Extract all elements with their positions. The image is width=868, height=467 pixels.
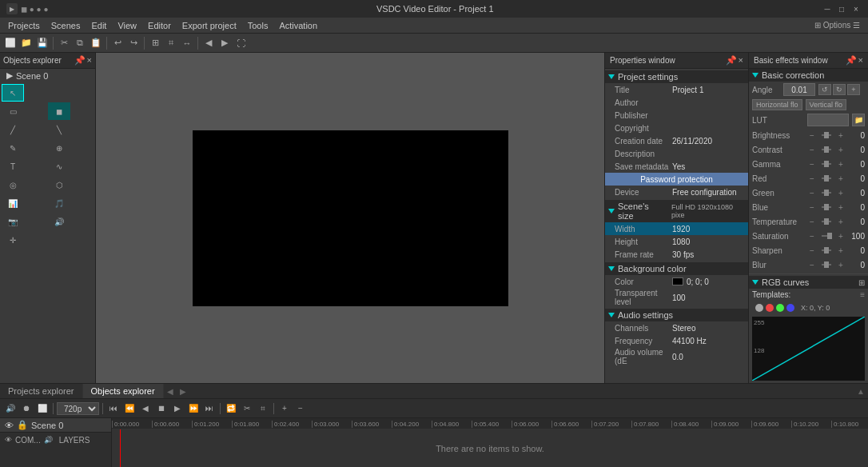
effect-plus-7[interactable]: + (836, 232, 846, 241)
effect-slider-7[interactable] (822, 235, 831, 237)
rgb-curve-canvas[interactable]: 255 128 (752, 317, 865, 381)
toolbar-play-back[interactable]: ◀ (201, 36, 216, 50)
toolbar-undo[interactable]: ↩ (110, 36, 125, 50)
track-eye-icon[interactable]: 👁 (5, 436, 12, 444)
prop-password-row[interactable]: Password protection (605, 173, 748, 186)
tl-skip-start[interactable]: ⏮ (106, 401, 121, 416)
menu-scenes[interactable]: Scenes (46, 18, 86, 33)
effect-minus-4[interactable]: − (807, 189, 817, 198)
effects-panel-close[interactable]: × (858, 55, 863, 66)
close-button[interactable]: × (850, 3, 862, 14)
tab-projects-explorer[interactable]: Projects explorer (0, 384, 83, 398)
rgb-circle-all[interactable] (755, 304, 763, 312)
effect-minus-8[interactable]: − (807, 246, 817, 255)
angle-value-box[interactable]: 0.01 (783, 83, 815, 96)
flip-horizontal-btn[interactable]: Horizontal flo (752, 99, 802, 110)
tl-play[interactable]: ▶ (170, 401, 185, 416)
angle-reset-btn[interactable]: ↺ (818, 84, 831, 95)
toolbar-paste[interactable]: 📋 (89, 36, 103, 50)
timeline-collapse-btn[interactable]: ▲ (854, 387, 868, 396)
tool-chart[interactable]: 📊 (2, 194, 24, 212)
timeline-scene-eye-icon[interactable]: 👁 (5, 421, 14, 430)
toolbar-snap[interactable]: ⌗ (164, 36, 178, 50)
toolbar-play-fwd[interactable]: ▶ (217, 36, 232, 50)
effect-slider-5[interactable] (822, 206, 831, 208)
toolbar-copy[interactable]: ⧉ (73, 36, 87, 50)
tl-snap[interactable]: ⌗ (256, 401, 270, 416)
scene-item[interactable]: ▶ Scene 0 (0, 69, 95, 82)
effect-minus-1[interactable]: − (807, 146, 817, 154)
angle-plus-btn[interactable]: + (847, 84, 860, 95)
effect-plus-0[interactable]: + (836, 131, 846, 140)
effect-minus-2[interactable]: − (807, 160, 817, 169)
tl-skip-end[interactable]: ⏭ (202, 401, 217, 416)
tl-loop[interactable]: 🔁 (224, 401, 238, 416)
tl-skip-fwd[interactable]: ⏩ (186, 401, 201, 416)
lut-dropdown[interactable] (807, 114, 849, 126)
toolbar-fullscreen[interactable]: ⛶ (233, 36, 248, 50)
angle-cw-btn[interactable]: ↻ (833, 84, 846, 95)
effect-slider-0[interactable] (822, 134, 831, 136)
objects-panel-pin[interactable]: 📌 (74, 55, 86, 66)
menu-edit[interactable]: Edit (86, 18, 111, 33)
tool-16[interactable]: 🔊 (48, 213, 70, 230)
lut-browse-btn[interactable]: 📁 (852, 114, 865, 126)
toolbar-redo[interactable]: ↪ (126, 36, 141, 50)
menu-export[interactable]: Export project (177, 18, 241, 33)
flip-vertical-btn[interactable]: Vertical flo (806, 99, 847, 110)
window-controls[interactable]: ─ □ × (822, 3, 862, 14)
effect-slider-4[interactable] (822, 192, 831, 194)
objects-panel-close[interactable]: × (87, 55, 92, 66)
effect-slider-9[interactable] (822, 264, 831, 265)
effect-minus-3[interactable]: − (807, 174, 817, 183)
tab-objects-explorer[interactable]: Objects explorer (83, 384, 164, 398)
tool-text[interactable]: T (2, 158, 24, 175)
tool-line[interactable]: ╱ (2, 121, 24, 138)
effect-plus-6[interactable]: + (836, 218, 846, 226)
props-panel-close[interactable]: × (739, 55, 743, 66)
effect-slider-1[interactable] (822, 149, 831, 150)
effect-minus-6[interactable]: − (807, 218, 817, 226)
tl-record-btn[interactable]: ⏺ (19, 401, 34, 416)
tool-10[interactable]: ∿ (48, 158, 70, 175)
bottom-tab-left-arrow[interactable]: ◀ (164, 387, 177, 396)
effect-plus-9[interactable]: + (836, 261, 846, 269)
tool-12[interactable]: ⬡ (48, 176, 70, 194)
effect-slider-8[interactable] (822, 249, 831, 251)
tool-pen[interactable]: ✎ (2, 139, 24, 157)
effects-panel-pin[interactable]: 📌 (846, 55, 857, 66)
zoom-selector[interactable]: 720p (57, 402, 99, 415)
props-panel-pin[interactable]: 📌 (726, 55, 737, 66)
toolbar-new[interactable]: ⬜ (3, 36, 18, 50)
effect-slider-6[interactable] (822, 221, 831, 222)
tl-speaker-btn[interactable]: 🔊 (3, 401, 18, 416)
rgb-curves-options-btn[interactable]: ⊞ (858, 278, 865, 287)
tool-move[interactable]: ✛ (2, 231, 24, 249)
tool-8[interactable]: ⊕ (48, 139, 70, 157)
effect-plus-3[interactable]: + (836, 174, 846, 183)
rgb-circle-green[interactable] (776, 304, 784, 312)
rgb-circle-blue[interactable] (786, 304, 794, 312)
toolbar-move[interactable]: ↔ (180, 36, 194, 50)
effect-plus-8[interactable]: + (836, 246, 846, 255)
maximize-button[interactable]: □ (836, 3, 847, 14)
minimize-button[interactable]: ─ (822, 3, 833, 14)
bottom-tab-right-arrow[interactable]: ▶ (177, 387, 189, 396)
tool-15[interactable]: 📷 (2, 213, 24, 230)
tl-cut[interactable]: ✂ (240, 401, 254, 416)
effect-plus-5[interactable]: + (836, 203, 846, 212)
menu-view[interactable]: View (113, 18, 141, 33)
tl-skip-back[interactable]: ⏪ (122, 401, 137, 416)
effect-plus-4[interactable]: + (836, 189, 846, 198)
effect-plus-1[interactable]: + (836, 146, 846, 154)
tool-select[interactable]: ↖ (2, 84, 24, 102)
menu-projects[interactable]: Projects (3, 18, 45, 33)
tool-14[interactable]: 🎵 (48, 194, 70, 212)
tool-rectangle[interactable]: ▭ (2, 102, 24, 120)
color-swatch[interactable] (672, 277, 683, 285)
menu-activation[interactable]: Activation (274, 18, 322, 33)
toolbar-grid[interactable]: ⊞ (148, 36, 162, 50)
tl-3[interactable]: ⬜ (35, 401, 50, 416)
effect-minus-9[interactable]: − (807, 261, 817, 269)
rgb-circle-red[interactable] (766, 304, 774, 312)
